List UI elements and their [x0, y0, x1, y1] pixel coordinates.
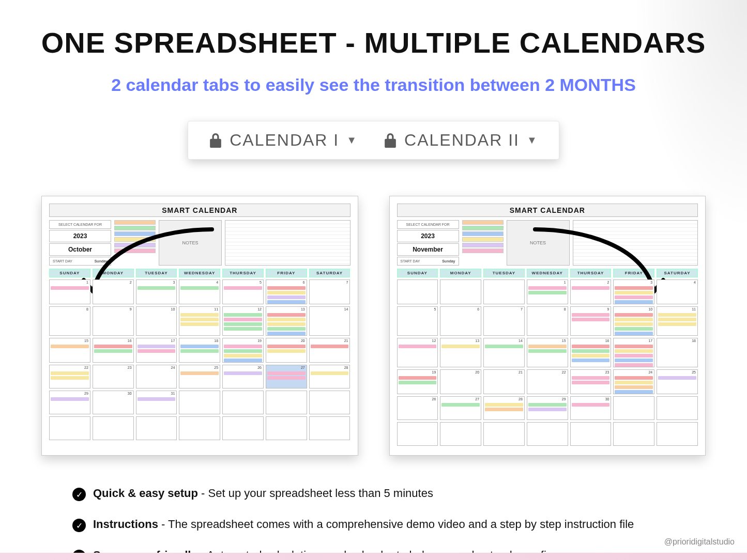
calendar-cell: [657, 396, 698, 420]
entry-chip: [267, 291, 306, 294]
calendar-cell: 31: [136, 391, 177, 414]
calendar-cell: 26: [397, 396, 438, 420]
entry-chip: [138, 349, 176, 353]
entry-chip: [180, 313, 219, 317]
calendar-cell: [613, 422, 654, 446]
entry-chip: [311, 371, 349, 375]
entry-chip: [572, 313, 610, 317]
calendar-cell: [136, 416, 177, 440]
calendar-cell: 17: [613, 338, 654, 367]
entry-chip: [180, 345, 219, 348]
calendar-cell: [309, 416, 350, 440]
entry-chip: [267, 345, 306, 348]
select-calendar-for: SELECT CALENDAR FOR: [397, 220, 459, 229]
entry-chip: [572, 345, 610, 348]
calendar-title: SMART CALENDAR: [397, 204, 698, 217]
calendar-cell: 3: [613, 279, 654, 304]
entry-chip: [485, 403, 523, 407]
start-day: START DAY Sunday: [397, 257, 459, 266]
social-handle: @prioridigitalstudio: [664, 537, 735, 547]
calendar-cell: [266, 416, 307, 440]
entry-chip: [399, 345, 437, 348]
calendar-cell: 10: [136, 306, 177, 336]
entry-chip: [615, 359, 653, 362]
calendar-cell: 12: [397, 338, 438, 367]
feature-bullet: ✓Super user-friendly - Automated calcula…: [72, 549, 675, 560]
entry-chip: [572, 354, 610, 357]
chevron-down-icon: ▼: [527, 134, 538, 146]
calendar-cell: [93, 416, 134, 440]
calendar-cell: 7: [309, 279, 350, 304]
year-value: 2023: [397, 230, 459, 242]
calendar-cell: 29: [527, 396, 568, 420]
entry-chip: [528, 345, 567, 348]
entry-chip: [615, 291, 653, 294]
calendar-cell: 8: [49, 306, 90, 336]
entry-chip: [51, 345, 89, 348]
entry-chip: [267, 300, 306, 304]
calendar-grid: SUNDAYMONDAYTUESDAYWEDNESDAYTHURSDAYFRID…: [49, 269, 350, 440]
entry-chip: [311, 345, 349, 348]
entry-chip: [180, 322, 219, 326]
calendar-cell: 15: [49, 338, 90, 363]
entry-chip: [485, 345, 523, 348]
calendar-cell: 8: [527, 306, 568, 336]
calendar-cell: 2: [570, 279, 612, 304]
calendar-cell: 9: [93, 306, 134, 336]
entry-chip: [399, 381, 437, 384]
entry-chip: [485, 408, 523, 411]
entry-chip: [615, 354, 653, 357]
calendar-cell: 23: [93, 365, 134, 388]
entry-chip: [572, 359, 610, 362]
calendar-cell: 15: [527, 338, 568, 367]
entry-chip: [51, 376, 89, 380]
entry-chip: [658, 313, 696, 317]
chevron-down-icon: ▼: [346, 134, 358, 146]
entry-chip: [572, 376, 610, 380]
entry-chip: [224, 354, 262, 357]
entry-chip: [441, 345, 480, 348]
calendar-cell: [309, 391, 350, 414]
entry-chip: [528, 408, 567, 411]
tab-label: CALENDAR I: [230, 131, 339, 150]
entry-chip: [615, 363, 653, 367]
calendar-cell: 3: [136, 279, 177, 304]
entry-chip: [528, 403, 567, 407]
lock-icon: [209, 133, 222, 148]
entry-chip: [94, 349, 132, 353]
entry-chip: [224, 313, 262, 317]
entry-chip: [138, 397, 176, 401]
tab-calendar-1[interactable]: CALENDAR I ▼: [209, 131, 358, 150]
entry-chip: [658, 318, 696, 321]
entry-chip: [572, 318, 610, 321]
entry-chip: [267, 318, 306, 321]
calendar-cell: [527, 422, 568, 446]
category-legend: [462, 220, 504, 266]
calendar-cell: 26: [222, 365, 264, 388]
entry-chip: [615, 349, 653, 353]
entry-chip: [615, 300, 653, 304]
calendar-cell: 27: [440, 396, 481, 420]
calendar-cell: 18: [179, 338, 220, 363]
feature-bullet: ✓Quick & easy setup - Set up your spread…: [72, 487, 675, 501]
calendar-cell: [657, 422, 698, 446]
day-header: TUESDAY: [483, 269, 525, 277]
calendar-cell: 22: [527, 369, 568, 394]
tab-calendar-2[interactable]: CALENDAR II ▼: [384, 131, 538, 150]
calendar-cell: 2: [93, 279, 134, 304]
entry-chip: [224, 371, 262, 375]
day-header: FRIDAY: [266, 269, 307, 277]
calendar-cell: 20: [266, 338, 307, 363]
calendar-cell: [266, 391, 307, 414]
calendar-cell: 22: [49, 365, 90, 388]
entry-chip: [528, 286, 567, 290]
calendar-cell: 10: [613, 306, 654, 336]
calendar-cell: 19: [397, 369, 438, 394]
entry-chip: [224, 359, 262, 362]
calendar-cell: 9: [570, 306, 612, 336]
calendar-cell: 5: [397, 306, 438, 336]
entry-chip: [224, 345, 262, 348]
calendar-cell: [49, 416, 90, 440]
entry-chip: [267, 313, 306, 317]
calendar-cell: [483, 422, 525, 446]
